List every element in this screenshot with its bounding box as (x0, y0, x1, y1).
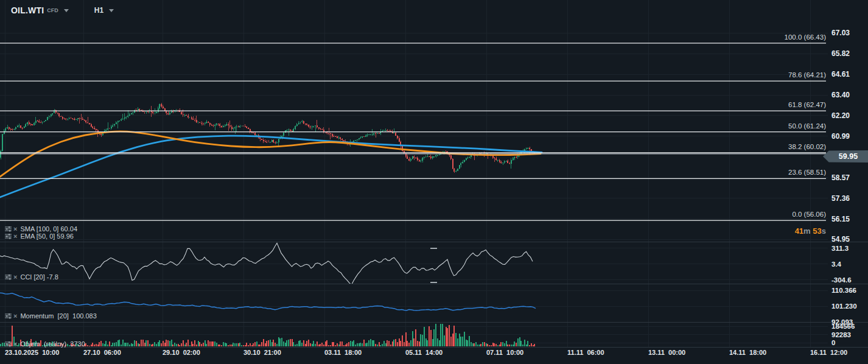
time-axis-label: 05.11 14:00 (405, 349, 443, 356)
candle-countdown-timer: 41m 53s (795, 226, 826, 236)
legend-row-momentum: × Momentum [20] 100.083 (5, 312, 97, 320)
momentum-label: Momentum [20] 100.083 (20, 312, 96, 320)
time-axis-label: 14.11 18:00 (729, 349, 766, 356)
indicator-axis-label: 0 (831, 338, 835, 347)
time-axis-label: 03.11 18:00 (324, 349, 362, 356)
timer-minutes: 41 (795, 226, 803, 236)
legend-row-sma: × SMA [100, 0] 60.04 (5, 225, 77, 233)
timeframe-dropdown-caret-icon[interactable] (109, 9, 114, 12)
fib-level-label: 78.6 (64.21) (788, 71, 826, 79)
ema-label: EMA [50, 0] 59.96 (20, 233, 73, 240)
cci-label: CCI [20] -7.8 (20, 273, 58, 281)
indicator-axis-label: 92283 (831, 331, 851, 339)
indicator-settings-icon[interactable] (5, 233, 12, 239)
time-axis-label: 27.10 06:00 (83, 349, 121, 356)
indicator-axis-label: 311.3 (831, 244, 849, 253)
fib-level-label: 23.6 (58.51) (788, 168, 826, 177)
symbol-name: OIL.WTI (11, 5, 44, 15)
indicator-axis-label: -304.6 (831, 276, 852, 284)
scale-handle-ticks[interactable] (430, 248, 437, 282)
price-axis-label: 54.95 (831, 235, 850, 243)
indicator-settings-icon[interactable] (5, 313, 12, 319)
symbol-dropdown-caret-icon[interactable] (64, 9, 69, 12)
momentum-line (0, 293, 536, 310)
volume-label: Objem (reálny) 3730 (20, 340, 85, 348)
fib-level-label: 0.0 (56.06) (792, 210, 826, 219)
timer-minutes-unit: m (803, 226, 811, 236)
indicator-remove-icon[interactable]: × (13, 274, 17, 280)
fib-level-label: 61.8 (62.47) (788, 100, 826, 109)
indicator-axis-label: 101.230 (831, 302, 857, 310)
price-axis-label: 64.61 (831, 70, 850, 79)
time-axis-label: 07.11 10:00 (486, 349, 523, 356)
price-axis-label: 67.03 (831, 29, 850, 37)
price-axis-label: 58.57 (831, 173, 850, 182)
fib-lines[interactable] (0, 43, 826, 220)
indicator-settings-icon[interactable] (5, 226, 12, 232)
timer-seconds-unit: s (822, 226, 826, 236)
price-axis-label: 60.99 (831, 132, 850, 141)
fib-level-label: 50.0 (61.24) (788, 122, 826, 130)
instrument-type-badge: CFD (47, 7, 58, 13)
fib-level-label: 100.0 (66.43) (785, 33, 826, 41)
chart-header: OIL.WTI CFD H1 (11, 5, 114, 15)
fib-level-label: 38.2 (60.02) (788, 142, 826, 151)
current-price-tag: 59.95 (823, 150, 868, 163)
indicator-axis-label: 110.366 (831, 286, 856, 295)
time-axis-label: 11.11 06:00 (567, 349, 604, 356)
price-axis-label: 65.82 (831, 49, 850, 58)
price-axis-label: 57.36 (831, 194, 850, 203)
grid-layer (0, 0, 828, 347)
legend-row-volume: × Objem (reálny) 3730 (5, 340, 85, 348)
time-axis-label: 23.10.2025 10:00 (5, 349, 59, 356)
indicator-remove-icon[interactable]: × (13, 341, 17, 347)
time-axis-label: 29.10 02:00 (163, 349, 200, 356)
price-axis-label: 56.15 (831, 215, 850, 223)
candles-layer (0, 103, 535, 173)
indicator-settings-icon[interactable] (5, 341, 12, 347)
indicator-remove-icon[interactable]: × (13, 233, 17, 239)
price-axis-label: 63.40 (831, 91, 850, 99)
time-axis-label: 16.11 12:00 (810, 349, 847, 356)
price-axis-label: 62.20 (831, 111, 850, 120)
timer-seconds: 53 (813, 226, 821, 236)
indicator-axis-label: 3.4 (831, 260, 841, 268)
time-axis-label: 13.11 00:00 (648, 349, 685, 356)
indicator-remove-icon[interactable]: × (13, 313, 17, 319)
legend-row-ema: × EMA [50, 0] 59.96 (5, 233, 74, 240)
trading-chart-window: OIL.WTI CFD H1 × SMA [100, 0] 60.04 × EM… (0, 0, 868, 364)
indicator-settings-icon[interactable] (5, 274, 12, 280)
timeframe-selector[interactable]: H1 (94, 6, 103, 15)
time-axis-label: 30.10 21:00 (243, 349, 281, 356)
chart-canvas[interactable] (0, 0, 868, 364)
indicator-remove-icon[interactable]: × (13, 226, 17, 232)
legend-row-cci: × CCI [20] -7.8 (5, 273, 58, 281)
sma-line (0, 136, 542, 197)
indicator-axis-label: 184566 (831, 322, 855, 331)
sma-label: SMA [100, 0] 60.04 (20, 225, 77, 233)
